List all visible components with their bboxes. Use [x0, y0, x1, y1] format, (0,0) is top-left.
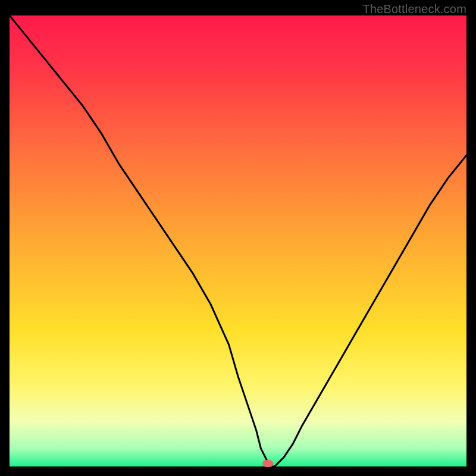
bottleneck-curve — [10, 15, 466, 466]
chart-stage: TheBottleneck.com — [0, 0, 476, 476]
plot-area — [10, 15, 466, 466]
watermark-text: TheBottleneck.com — [362, 2, 466, 16]
